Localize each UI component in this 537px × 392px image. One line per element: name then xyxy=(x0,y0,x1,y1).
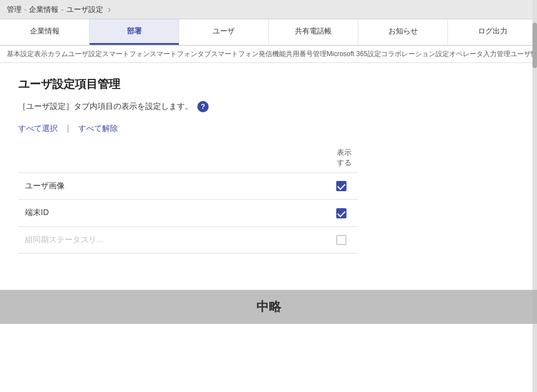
description-text: ［ユーザ設定］タブ内項目の表示を設定します。 xyxy=(18,102,193,112)
breadcrumb-arrow: › xyxy=(108,3,111,15)
select-all-link[interactable]: すべて選択 xyxy=(18,124,58,134)
tab-department[interactable]: 部署 xyxy=(90,19,179,45)
tab-company[interactable]: 企業情報 xyxy=(0,19,90,45)
omission-label: 中略 xyxy=(256,298,281,315)
row-check-terminal-id[interactable] xyxy=(324,200,358,226)
tab-user[interactable]: ユーザ xyxy=(179,19,269,45)
scroll-thumb[interactable] xyxy=(532,23,537,68)
table-row: 端末ID xyxy=(18,200,358,226)
breadcrumb-item-user-setting: ユーザ設定 xyxy=(66,5,103,15)
row-check-partial[interactable] xyxy=(324,226,358,253)
checkbox-user-image[interactable] xyxy=(336,181,346,191)
breadcrumb-item-manage: 管理 xyxy=(7,5,22,15)
breadcrumb: 管理 - 企業情報 - ユーザ設定 › xyxy=(0,0,537,19)
col-display-header: 表示する xyxy=(324,143,358,173)
omission-overlay: 中略 xyxy=(0,290,537,324)
checkbox-partial[interactable] xyxy=(336,235,346,245)
deselect-all-link[interactable]: すべて解除 xyxy=(78,124,118,134)
select-links: すべて選択 | すべて解除 xyxy=(18,124,519,134)
row-label-terminal-id: 端末ID xyxy=(18,200,324,226)
breadcrumb-sep-2: - xyxy=(61,5,64,15)
checkbox-terminal-id[interactable] xyxy=(336,208,346,218)
tab-logout[interactable]: ログ出力 xyxy=(448,19,537,45)
table-row: 組同期ステータスリ... xyxy=(18,226,358,253)
row-label-partial: 組同期ステータスリ... xyxy=(18,226,324,253)
main-content: ユーザ設定項目管理 ［ユーザ設定］タブ内項目の表示を設定します。 ? すべて選択… xyxy=(0,63,537,392)
tab-notification[interactable]: お知らせ xyxy=(358,19,448,45)
breadcrumb-sep-1: - xyxy=(24,5,27,15)
table-row: ユーザ画像 xyxy=(18,173,358,200)
col-label-header xyxy=(18,143,324,173)
help-icon[interactable]: ? xyxy=(197,101,209,112)
sub-tab-bar[interactable]: 基本設定表示カラムユーザ設定スマートフォンスマートフォンタブスマートフォン発信機… xyxy=(0,46,537,63)
page-title: ユーザ設定項目管理 xyxy=(18,77,519,92)
row-label-user-image: ユーザ画像 xyxy=(18,173,324,200)
breadcrumb-item-company: 企業情報 xyxy=(29,5,58,15)
page-description: ［ユーザ設定］タブ内項目の表示を設定します。 ? xyxy=(18,101,519,112)
tab-shared-phonebook[interactable]: 共有電話帳 xyxy=(269,19,358,45)
scrollbar[interactable] xyxy=(532,0,537,392)
tab-navigation: 企業情報 部署 ユーザ 共有電話帳 お知らせ ログ出力 xyxy=(0,19,537,46)
settings-table: 表示する ユーザ画像 端末ID 組同期ステータスリ... xyxy=(18,143,358,254)
row-check-user-image[interactable] xyxy=(324,173,358,200)
links-divider: | xyxy=(67,124,69,134)
